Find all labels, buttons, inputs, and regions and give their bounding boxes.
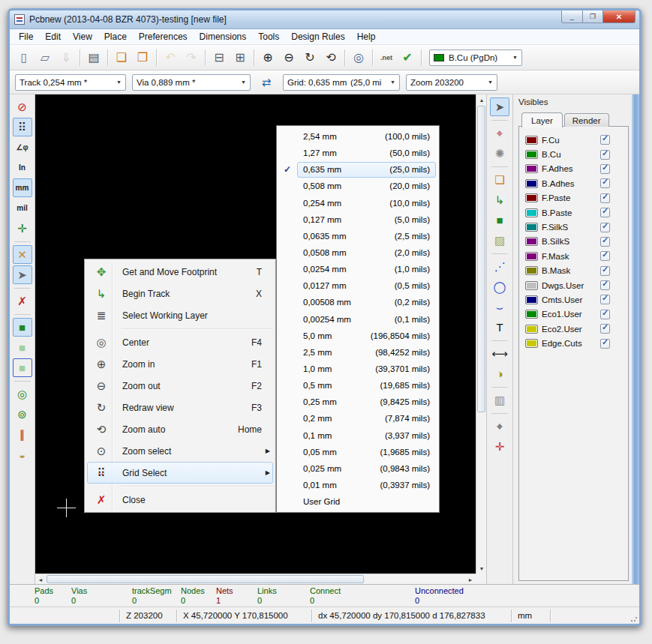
layer-row[interactable]: Eco2.User ✓ (525, 322, 626, 336)
menubar-item[interactable]: Place (98, 30, 133, 43)
scroll-right-icon[interactable]: ► (465, 574, 476, 585)
layer-visible-checkbox[interactable]: ✓ (600, 251, 610, 261)
layer-row[interactable]: F.Paste ✓ (525, 191, 626, 205)
layer-row[interactable]: B.SilkS ✓ (525, 235, 626, 249)
zoom-dropdown[interactable]: Zoom 203200 ▼ (406, 74, 497, 91)
toolbar-button[interactable]: ⟷ (490, 344, 509, 363)
layer-visible-checkbox[interactable]: ✓ (600, 164, 610, 174)
canvas-horizontal-scrollbar[interactable]: ◄ ► (35, 574, 476, 584)
menubar-item[interactable]: Design Rules (285, 30, 350, 43)
toolbar-button[interactable]: ➤ (13, 265, 32, 284)
toolbar-button[interactable]: ⊞ (230, 48, 250, 67)
toolbar-button[interactable]: ❐ (133, 48, 152, 67)
toolbar-button[interactable]: ↷ (182, 48, 201, 67)
menubar-item[interactable]: File (13, 30, 39, 43)
grid-option[interactable]: ✓ 1,0 mm (39,3701 mils) (278, 361, 438, 377)
toolbar-button[interactable]: ❏ (490, 170, 509, 189)
toolbar-button[interactable]: mil (13, 199, 32, 217)
toolbar-button[interactable]: ▯ (14, 48, 34, 67)
toolbar-button[interactable]: ↻ (300, 48, 320, 67)
layer-color-swatch[interactable] (525, 208, 538, 217)
layer-color-swatch[interactable] (525, 295, 538, 304)
toolbar-button[interactable]: In (13, 158, 32, 177)
toolbar-button[interactable]: ■ (490, 211, 509, 229)
grid-option[interactable]: ✓ 0,00508 mm (0,2 mils) (278, 294, 438, 310)
toolbar-button[interactable]: ⌣ (490, 298, 509, 316)
layer-visible-checkbox[interactable]: ✓ (600, 150, 610, 160)
toolbar-button[interactable]: T (490, 318, 509, 337)
layer-color-swatch[interactable] (525, 164, 538, 173)
scroll-down-icon[interactable]: ▼ (476, 563, 487, 574)
auto-track-width-icon[interactable]: ⇄ (257, 73, 276, 92)
close-button[interactable]: ✕ (603, 10, 635, 23)
layer-color-swatch[interactable] (525, 252, 538, 261)
toolbar-button[interactable]: ⋰ (490, 257, 509, 276)
toolbar-button[interactable]: ▥ (490, 391, 509, 409)
toolbar-button[interactable]: ✛ (13, 219, 32, 238)
grid-option[interactable]: ✓ 0,05 mm (1,9685 mils) (278, 444, 438, 460)
menubar-item[interactable]: View (67, 30, 98, 43)
layer-visible-checkbox[interactable]: ✓ (600, 193, 610, 203)
grid-option[interactable]: ✓ 0,01 mm (0,3937 mils) (278, 477, 438, 493)
grid-option[interactable]: ✓ 2,54 mm (100,0 mils) (278, 128, 438, 145)
toolbar-button[interactable]: ↶ (161, 48, 180, 67)
toolbar-button[interactable]: ⌖ (490, 417, 509, 436)
layer-color-swatch[interactable] (525, 325, 538, 334)
layer-row[interactable]: B.Cu ✓ (525, 147, 626, 161)
toolbar-button[interactable]: ▨ (490, 231, 509, 250)
layer-color-swatch[interactable] (525, 193, 538, 202)
context-menu-item[interactable]: ≣ Select Working Layer ▶ (87, 304, 273, 326)
layer-visible-checkbox[interactable]: ✓ (600, 237, 610, 247)
toolbar-button[interactable]: ⌖ (490, 124, 509, 142)
layer-color-swatch[interactable] (525, 339, 538, 348)
toolbar-button[interactable]: ⟲ (321, 48, 341, 67)
layer-color-swatch[interactable] (525, 237, 538, 246)
toolbar-button[interactable]: ◯ (490, 277, 509, 296)
via-size-dropdown[interactable]: Via 0,889 mm * ▼ (132, 74, 251, 91)
context-menu-item[interactable]: ⊙ Zoom select ▶ (87, 440, 273, 462)
toolbar-button[interactable]: ❏ (112, 48, 131, 67)
layer-row[interactable]: Edge.Cuts ✓ (525, 336, 626, 350)
toolbar-button[interactable]: ⊚ (13, 405, 32, 424)
toolbar-button[interactable]: ✺ (490, 144, 509, 163)
context-menu-item[interactable]: ⊕ Zoom in F1 ▶ (87, 353, 273, 375)
maximize-button[interactable]: ❐ (583, 10, 603, 23)
toolbar-button[interactable]: ✕ (13, 245, 32, 264)
grid-option[interactable]: ✓ 0,1 mm (3,937 mils) (278, 427, 438, 444)
layer-visible-checkbox[interactable]: ✓ (600, 280, 610, 290)
grid-option[interactable]: ✓ 0,0635 mm (2,5 mils) (278, 228, 438, 244)
grid-option[interactable]: ✓ 0,00254 mm (0,1 mils) (278, 311, 438, 328)
scroll-up-icon[interactable]: ▲ (476, 94, 487, 105)
toolbar-button[interactable]: ■ (13, 358, 32, 377)
toolbar-button[interactable]: ➤ (490, 97, 509, 116)
toolbar-button[interactable]: ■ (13, 318, 32, 337)
grid-option[interactable]: ✓ 0,0127 mm (0,5 mils) (278, 277, 438, 294)
context-menu-item[interactable]: ◎ Center F4 ▶ (87, 331, 273, 353)
toolbar-button[interactable]: ⊘ (13, 97, 32, 116)
context-menu-item[interactable]: ⟲ Zoom auto Home ▶ (87, 418, 273, 440)
layer-color-swatch[interactable] (525, 281, 538, 290)
layer-color-swatch[interactable] (525, 310, 538, 319)
context-menu-item[interactable]: ↻ Redraw view F3 ▶ (87, 397, 273, 418)
toolbar-button[interactable]: ⊕ (258, 48, 278, 67)
layer-color-swatch[interactable] (525, 150, 538, 159)
toolbar-button[interactable]: ◒ (13, 445, 32, 464)
context-menu-item[interactable]: ✥ Get and Move Footprint T ▶ (87, 261, 273, 283)
layer-row[interactable]: F.SilkS ✓ (525, 220, 626, 234)
grid-option[interactable]: ✓ 0,0508 mm (2,0 mils) (278, 244, 438, 261)
context-menu-item[interactable]: ⠿ ↔ Grid Select ▶ (87, 462, 273, 484)
toolbar-button[interactable]: ⊟ (209, 48, 229, 67)
layer-row[interactable]: Cmts.User ✓ (525, 292, 626, 307)
context-menu-item[interactable]: ↳ Begin Track X ▶ (87, 283, 273, 304)
track-width-dropdown[interactable]: Track 0,254 mm * ▼ (15, 74, 126, 91)
grid-option[interactable]: ✓ 0,0254 mm (1,0 mils) (278, 261, 438, 277)
toolbar-button[interactable]: ✗ (13, 292, 32, 310)
grid-option[interactable]: ✓ User Grid (278, 493, 438, 510)
layer-visible-checkbox[interactable]: ✓ (600, 310, 610, 319)
layer-visible-checkbox[interactable]: ✓ (600, 266, 610, 276)
toolbar-button[interactable]: ◑ (490, 364, 509, 383)
horizontal-scroll-thumb[interactable] (47, 575, 364, 583)
minimize-button[interactable]: _ (561, 10, 583, 23)
layer-visible-checkbox[interactable]: ✓ (600, 324, 610, 334)
menubar-item[interactable]: Edit (39, 30, 67, 43)
